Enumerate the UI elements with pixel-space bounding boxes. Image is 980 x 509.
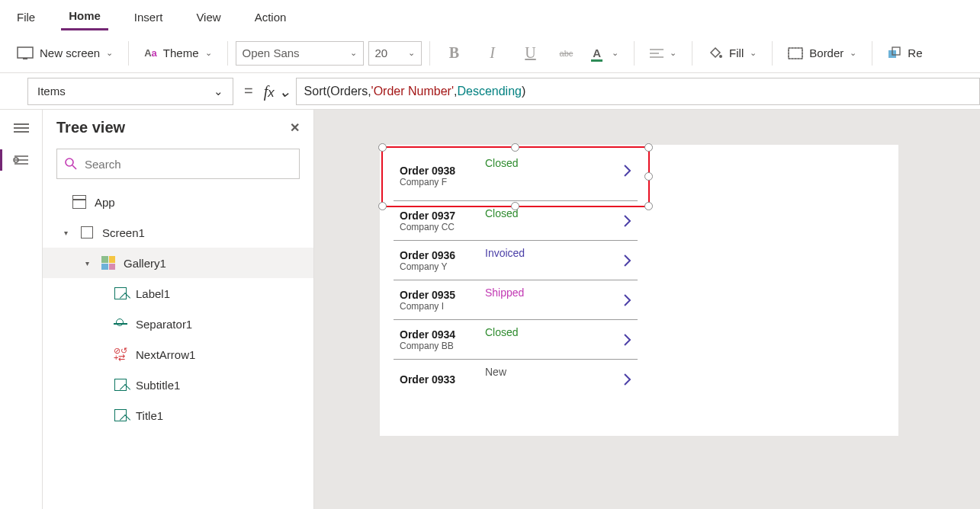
chevron-right-icon[interactable]: [622, 332, 633, 347]
gallery-row-status: New: [485, 366, 506, 378]
property-selector[interactable]: Items ⌄: [27, 78, 233, 105]
gallery-row-subtitle: Company F: [400, 177, 455, 187]
tree-view-tab-icon[interactable]: [12, 151, 31, 169]
formula-token: Descending: [457, 85, 522, 98]
collapse-icon[interactable]: ▾: [85, 259, 93, 267]
svg-rect-6: [789, 48, 802, 59]
gallery-control[interactable]: Order 0938Company FClosedOrder 0937Compa…: [394, 151, 638, 399]
svg-point-14: [66, 158, 73, 166]
formula-token: 'Order Number': [371, 85, 454, 98]
menu-view[interactable]: View: [188, 5, 228, 30]
reorder-button[interactable]: Re: [880, 42, 930, 65]
chevron-down-icon: ⌄: [850, 48, 856, 58]
chevron-right-icon[interactable]: [622, 372, 633, 387]
chevron-right-icon[interactable]: [622, 163, 633, 178]
resize-handle[interactable]: [378, 143, 387, 152]
font-select[interactable]: Open Sans ⌄: [236, 41, 364, 66]
chevron-right-icon[interactable]: [622, 253, 633, 268]
gallery-row[interactable]: Order 0935Company IShipped: [394, 280, 638, 320]
gallery-row[interactable]: Order 0938Company FClosed: [394, 151, 638, 201]
theme-icon: Aa: [144, 47, 157, 59]
ribbon: New screen ⌄ Aa Theme ⌄ Open Sans ⌄ 20 ⌄…: [0, 34, 980, 73]
tree-node-nextarrow1[interactable]: ⊘↺+⇄ NextArrow1: [43, 339, 313, 370]
tree-node-label1[interactable]: Label1: [43, 278, 313, 309]
fill-label: Fill: [729, 46, 744, 59]
reorder-label: Re: [908, 46, 922, 59]
align-button[interactable]: ⌄: [642, 43, 684, 63]
close-icon[interactable]: ✕: [290, 120, 300, 135]
gallery-icon: [101, 255, 116, 271]
gallery-row-title: Order 0937: [400, 210, 455, 222]
font-size-select[interactable]: 20 ⌄: [368, 41, 422, 66]
tree-node-subtitle1[interactable]: Subtitle1: [43, 370, 313, 400]
font-name-value: Open Sans: [243, 46, 300, 59]
tree-node-title1[interactable]: Title1: [43, 400, 313, 431]
gallery-row-title: Order 0934: [400, 328, 455, 341]
gallery-row[interactable]: Order 0937Company CCClosed: [394, 201, 638, 241]
fill-button[interactable]: Fill ⌄: [700, 42, 764, 65]
menu-action[interactable]: Action: [247, 5, 294, 30]
label-icon: [113, 377, 128, 392]
chevron-right-icon[interactable]: [622, 213, 633, 229]
bold-button[interactable]: B: [438, 40, 471, 67]
tree-search-box[interactable]: [56, 149, 300, 179]
resize-handle[interactable]: [644, 143, 653, 152]
resize-handle[interactable]: [644, 202, 653, 210]
search-icon: [65, 158, 77, 170]
tree-node-separator1[interactable]: Separator1: [43, 309, 313, 339]
chevron-down-icon: ⌄: [205, 48, 212, 58]
new-screen-button[interactable]: New screen ⌄: [9, 42, 120, 65]
chevron-down-icon: ⌄: [350, 48, 357, 58]
svg-rect-1: [23, 58, 27, 59]
collapse-icon[interactable]: ▾: [64, 229, 72, 237]
gallery-row-title: Order 0938: [400, 165, 455, 177]
app-icon: [72, 194, 87, 210]
formula-bar: Items ⌄ = fx ⌄ Sort( Orders, 'Order Numb…: [0, 73, 980, 110]
underline-button[interactable]: U: [514, 40, 548, 67]
workspace: Tree view ✕ App ▾ Screen1 ▾ Galle: [0, 110, 980, 509]
gallery-row[interactable]: Order 0934Company BBClosed: [394, 320, 638, 360]
tree-node-app[interactable]: App: [43, 187, 313, 217]
menu-home[interactable]: Home: [61, 3, 108, 30]
font-color-button[interactable]: A⌄: [585, 42, 626, 64]
gallery-row[interactable]: Order 0933New: [394, 360, 638, 399]
chevron-right-icon[interactable]: [622, 293, 633, 308]
nextarrow-icon: ⊘↺+⇄: [113, 347, 128, 362]
resize-handle[interactable]: [644, 172, 653, 181]
strike-button[interactable]: abc: [552, 44, 581, 62]
canvas-screen[interactable]: Order 0938Company FClosedOrder 0937Compa…: [380, 145, 898, 436]
gallery-row-subtitle: Company CC: [400, 222, 455, 232]
search-input[interactable]: [85, 158, 291, 171]
theme-button[interactable]: Aa Theme ⌄: [137, 42, 219, 64]
fx-icon[interactable]: fx ⌄: [264, 82, 296, 101]
tree-node-label: Title1: [136, 409, 163, 422]
formula-input[interactable]: Sort( Orders, 'Order Number', Descending…: [296, 78, 980, 105]
menu-insert[interactable]: Insert: [127, 5, 171, 30]
gallery-row-status: Closed: [485, 207, 519, 219]
align-icon: [650, 48, 664, 59]
italic-button[interactable]: I: [476, 40, 509, 67]
canvas-area[interactable]: Order 0938Company FClosedOrder 0937Compa…: [314, 110, 980, 509]
gallery-row-status: Shipped: [485, 287, 524, 299]
tree-view-panel: Tree view ✕ App ▾ Screen1 ▾ Galle: [43, 110, 314, 509]
formula-token: ): [522, 85, 525, 98]
tree-node-screen1[interactable]: ▾ Screen1: [43, 217, 313, 248]
gallery-row-subtitle: Company Y: [400, 261, 455, 272]
gallery-row[interactable]: Order 0936Company YInvoiced: [394, 241, 638, 280]
resize-handle[interactable]: [378, 202, 387, 210]
property-value: Items: [37, 85, 66, 98]
svg-line-15: [72, 165, 76, 169]
gallery-row-subtitle: Company BB: [400, 341, 455, 351]
border-button[interactable]: Border ⌄: [780, 42, 864, 64]
tree-node-gallery1[interactable]: ▾ Gallery1: [43, 248, 313, 278]
formula-token: Orders: [330, 85, 368, 98]
screen-icon: [79, 225, 95, 240]
tree-node-label: NextArrow1: [136, 348, 195, 361]
hamburger-icon[interactable]: [12, 119, 31, 137]
font-size-value: 20: [375, 46, 388, 59]
tree-node-label: Subtitle1: [136, 379, 180, 392]
gallery-row-status: Closed: [485, 326, 519, 338]
strikethrough-icon: abc: [560, 49, 574, 58]
gallery-row-title: Order 0935: [400, 289, 455, 301]
menu-file[interactable]: File: [9, 5, 43, 30]
